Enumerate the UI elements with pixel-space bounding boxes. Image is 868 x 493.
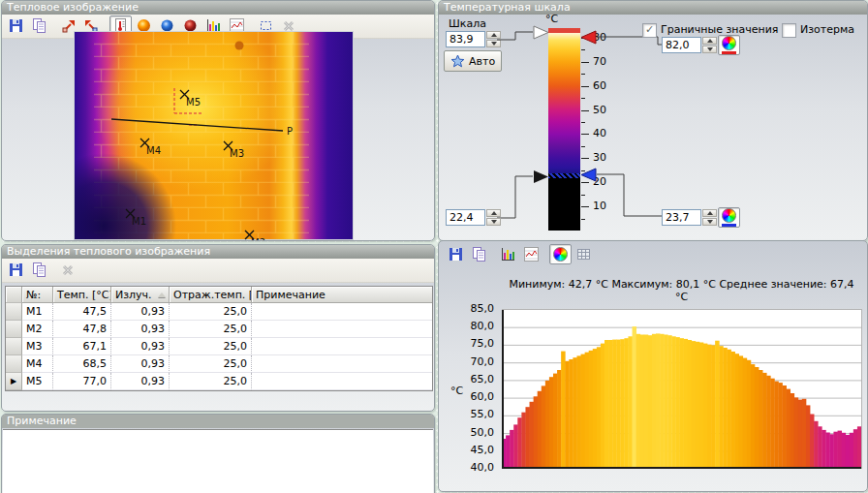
row-selector[interactable] — [6, 338, 22, 355]
color-wheel-icon — [722, 36, 736, 50]
table-cell[interactable]: 0,93 — [111, 321, 170, 338]
upper-limit-value[interactable]: 82,0 — [662, 37, 701, 53]
temperature-scale-panel: Температурная шкала Шкала 83,9 Авто °C 8… — [438, 0, 868, 241]
copy-button[interactable] — [28, 15, 50, 36]
lower-palette-button[interactable] — [718, 207, 740, 228]
copy-button[interactable] — [28, 260, 50, 280]
isotherm-label: Изотерма — [800, 23, 854, 36]
upper-limit-spinner[interactable]: 82,0 — [662, 37, 717, 53]
save-button[interactable] — [5, 260, 27, 280]
table-cell[interactable]: M2 — [22, 321, 53, 338]
y-tick-label: 45,0 — [441, 444, 494, 456]
row-selector[interactable] — [6, 355, 22, 373]
column-header[interactable]: Излуч. — [111, 287, 170, 303]
delete-button[interactable] — [57, 260, 79, 280]
y-tick-label: 65,0 — [441, 373, 494, 385]
table-cell[interactable] — [252, 321, 432, 338]
table-row-m2[interactable]: M247,80,9325,0 — [6, 321, 432, 338]
column-header[interactable]: №: — [22, 287, 53, 303]
selections-panel: Выделения теплового изображения №:Темп. … — [1, 244, 435, 412]
y-axis-unit: °C — [450, 385, 463, 397]
sort-ascending-icon — [158, 293, 166, 297]
histogram-panel: Минимум: 42,7 °C Максимум: 80,1 °C Средн… — [438, 240, 868, 492]
scale-min-spinner[interactable]: 22,4 — [446, 209, 501, 226]
table-cell[interactable]: 68,5 — [53, 355, 111, 373]
spin-up-button[interactable] — [702, 37, 717, 45]
spin-up-button[interactable] — [702, 209, 717, 217]
row-selector[interactable] — [6, 321, 22, 338]
histogram-view-button[interactable] — [497, 244, 519, 264]
panel-title: Тепловое изображение — [2, 1, 434, 15]
color-wheel-icon — [553, 247, 568, 262]
y-tick-label: 75,0 — [441, 337, 494, 350]
profile-view-button[interactable] — [520, 244, 542, 264]
y-tick-label: 55,0 — [441, 408, 494, 420]
measurements-table: №:Темп. [°C]Излуч.Отраж.темп. [°Примечан… — [5, 286, 433, 391]
table-cell[interactable]: 25,0 — [170, 373, 252, 390]
table-cell[interactable]: 0,93 — [111, 338, 170, 355]
table-cell[interactable]: 47,5 — [53, 303, 111, 321]
spin-down-button[interactable] — [702, 218, 717, 226]
lower-limit-pointer[interactable] — [580, 168, 597, 182]
table-cell[interactable]: M1 — [22, 303, 53, 321]
copy-button[interactable] — [468, 244, 490, 264]
spin-down-button[interactable] — [702, 46, 717, 53]
table-row-m5[interactable]: ▶M577,00,9325,0 — [6, 373, 432, 390]
column-header[interactable]: Темп. [°C] — [53, 287, 111, 303]
save-button[interactable] — [445, 244, 467, 264]
table-row-m4[interactable]: M468,50,9325,0 — [6, 355, 432, 373]
table-row-m1[interactable]: M147,50,9325,0 — [6, 303, 432, 321]
table-cell[interactable]: 0,93 — [111, 303, 170, 321]
selections-toolbar — [2, 259, 434, 283]
color-wheel-icon — [722, 208, 736, 223]
note-panel: Примечание — [1, 414, 435, 493]
isotherm-checkbox[interactable] — [782, 23, 796, 38]
note-textarea[interactable] — [3, 429, 433, 493]
color-palette-button[interactable] — [549, 244, 572, 264]
table-cell[interactable]: 25,0 — [170, 338, 252, 355]
table-cell[interactable]: 25,0 — [170, 321, 252, 338]
lower-limit-value[interactable]: 23,7 — [662, 209, 701, 226]
lower-limit-spinner[interactable]: 23,7 — [662, 209, 717, 226]
y-tick-label: 50,0 — [441, 426, 494, 439]
table-cell[interactable] — [252, 338, 432, 355]
table-cell[interactable]: M5 — [22, 373, 53, 390]
table-cell[interactable]: 67,1 — [53, 338, 111, 355]
scale-max-pointer[interactable] — [533, 25, 549, 40]
scale-min-value[interactable]: 22,4 — [446, 209, 485, 226]
table-cell[interactable]: M3 — [22, 338, 53, 355]
grid-view-button[interactable] — [573, 244, 595, 264]
y-tick-label: 80,0 — [441, 320, 494, 332]
table-cell[interactable] — [252, 373, 432, 390]
row-selector[interactable] — [6, 303, 22, 321]
table-header-row: №:Темп. [°C]Излуч.Отраж.темп. [°Примечан… — [6, 287, 432, 303]
table-cell[interactable]: 25,0 — [170, 303, 252, 321]
table-cell[interactable] — [252, 355, 432, 373]
column-header[interactable]: Отраж.темп. [° — [170, 287, 252, 303]
y-tick-label: 70,0 — [441, 355, 494, 368]
table-cell[interactable]: 0,93 — [111, 373, 170, 390]
panel-title: Выделения теплового изображения — [2, 245, 434, 259]
table-corner-cell — [6, 287, 22, 303]
upper-limit-pointer[interactable] — [580, 30, 597, 45]
table-row-m3[interactable]: M367,10,9325,0 — [6, 338, 432, 355]
y-tick-label: 40,0 — [441, 461, 494, 474]
upper-palette-button[interactable] — [718, 35, 740, 55]
table-cell[interactable]: 25,0 — [170, 355, 252, 373]
table-cell[interactable]: 47,8 — [53, 321, 111, 338]
column-header[interactable]: Примечание — [252, 287, 432, 303]
boundary-values-checkbox[interactable]: ✓ — [642, 23, 657, 38]
scale-min-pointer[interactable] — [533, 169, 549, 184]
table-cell[interactable] — [252, 303, 432, 321]
histogram-plot[interactable] — [502, 309, 862, 469]
spin-down-button[interactable] — [486, 218, 501, 226]
row-selector[interactable]: ▶ — [6, 373, 22, 390]
thermal-image[interactable]: P M5M4M3M1M2 — [74, 31, 354, 240]
y-tick-label: 60,0 — [441, 390, 494, 403]
thermal-image-panel: Тепловое изображение P M5M4M3M1M2 — [1, 0, 435, 241]
table-cell[interactable]: 0,93 — [111, 355, 170, 373]
table-cell[interactable]: M4 — [22, 355, 53, 373]
save-button[interactable] — [5, 15, 27, 36]
spin-up-button[interactable] — [486, 209, 501, 217]
table-cell[interactable]: 77,0 — [53, 373, 111, 390]
